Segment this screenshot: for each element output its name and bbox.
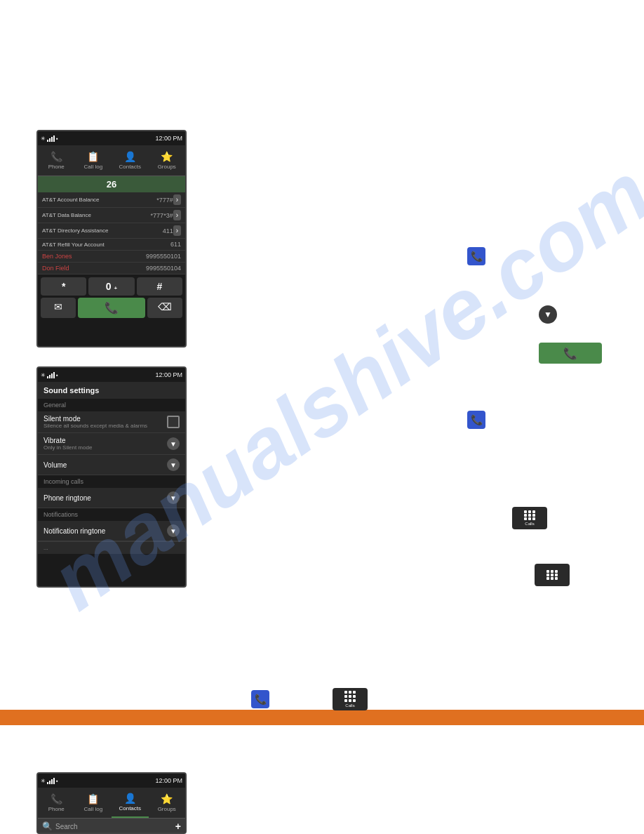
add-contact-btn[interactable]: + — [175, 821, 181, 832]
phone-screen-dialer: ✳ ▪ 12:00 PM 📞 Phone 📋 Call log 👤 Contac… — [36, 130, 187, 348]
battery-icon-2: ▪ — [56, 372, 58, 378]
kdot — [546, 577, 549, 580]
contact-number-att2: *777*3# — [151, 212, 173, 219]
call-green-button[interactable]: 📞 — [539, 343, 602, 364]
contact-number-jones: 9995550101 — [146, 253, 181, 260]
status-icons-left: ✳ ▪ — [41, 135, 58, 142]
network-icon: ✳ — [41, 135, 46, 142]
keypad-dots-row-2 — [524, 514, 535, 517]
status-icons-2: ✳ ▪ — [41, 371, 58, 378]
network-icon-2: ✳ — [41, 372, 46, 378]
kdot — [353, 691, 356, 694]
star-key[interactable]: * — [41, 277, 86, 296]
contact-name-field: Don Field — [42, 265, 143, 272]
kdot — [532, 517, 535, 520]
phone-ringtone-dropdown[interactable]: ▼ — [167, 491, 180, 504]
silent-mode-text: Silent mode Silence all sounds except me… — [43, 415, 167, 429]
notification-ringtone-title: Notification ringtone — [43, 527, 167, 535]
contact-item-field[interactable]: Don Field 9995550104 — [38, 263, 185, 274]
silent-mode-subtitle: Silence all sounds except media & alarms — [43, 423, 167, 429]
phone-ringtone-text: Phone ringtone — [43, 494, 167, 502]
kdot — [532, 510, 535, 513]
tab-phone-3[interactable]: 📞 Phone — [38, 788, 75, 818]
contact-name-att3: AT&T Directory Assistance — [42, 227, 160, 234]
notification-ringtone-dropdown[interactable]: ▼ — [167, 524, 180, 537]
kdot — [546, 574, 549, 576]
notification-ringtone-item[interactable]: Notification ringtone ▼ — [38, 521, 185, 541]
contact-count: 26 — [38, 176, 185, 192]
kdot — [344, 699, 347, 702]
kdot — [555, 577, 558, 580]
kdot — [353, 695, 356, 698]
contact-list: AT&T Account Balance *777# › AT&T Data B… — [38, 192, 185, 274]
tab-calllog-1[interactable]: 📋 Call log — [75, 145, 112, 176]
time-display-2: 12:00 PM — [155, 371, 182, 378]
kdot — [555, 574, 558, 576]
general-section-header: General — [38, 399, 185, 411]
tab-contacts-1[interactable]: 👤 Contacts — [112, 145, 149, 176]
kdot — [528, 517, 531, 520]
keypad-dots-row-3 — [524, 517, 535, 520]
tab-groups-1[interactable]: ⭐ Groups — [149, 145, 186, 176]
hash-key[interactable]: # — [137, 277, 182, 296]
battery-icon-3: ▪ — [56, 778, 58, 784]
kdot — [551, 577, 554, 580]
contact-arrow-att2[interactable]: › — [173, 210, 181, 220]
footer-bar — [0, 710, 644, 725]
contact-item-att2[interactable]: AT&T Data Balance *777*3# › — [38, 208, 185, 223]
vibrate-item[interactable]: Vibrate Only in Silent mode ▼ — [38, 433, 185, 455]
keypad-dots-row-5 — [546, 574, 558, 576]
contact-item-jones[interactable]: Ben Jones 9995550101 — [38, 251, 185, 263]
kdot — [349, 691, 351, 694]
bottom-phone-glyph: 📞 — [255, 694, 267, 705]
tab-groups-3[interactable]: ⭐ Groups — [149, 788, 186, 818]
kdot — [555, 570, 558, 573]
vibrate-title: Vibrate — [43, 437, 167, 444]
keypad: * 0 + # ✉ 📞 ⌫ — [38, 274, 185, 321]
incoming-calls-section-header: Incoming calls — [38, 475, 185, 488]
keypad-dark-icon-2 — [535, 564, 570, 586]
volume-text: Volume — [43, 461, 167, 469]
vibrate-dropdown[interactable]: ▼ — [167, 437, 180, 450]
contact-arrow-att1[interactable]: › — [173, 194, 181, 205]
tab-phone-1[interactable]: 📞 Phone — [38, 145, 75, 176]
zero-key[interactable]: 0 + — [88, 277, 134, 296]
tab-contacts-3[interactable]: 👤 Contacts — [112, 788, 149, 818]
kdot — [532, 514, 535, 517]
volume-item[interactable]: Volume ▼ — [38, 455, 185, 475]
count-number: 26 — [107, 179, 116, 190]
contact-arrow-att3[interactable]: › — [173, 225, 181, 236]
search-input-mock[interactable]: Search — [55, 823, 173, 830]
general-label: General — [43, 402, 66, 409]
status-icons-3: ✳ ▪ — [41, 777, 58, 784]
time-display-1: 12:00 PM — [155, 135, 182, 142]
tab-calllog-3[interactable]: 📋 Call log — [75, 788, 112, 818]
contact-item-att3[interactable]: AT&T Directory Assistance 411 › — [38, 223, 185, 239]
bottom-phone-icon: 📞 — [251, 690, 269, 708]
kdot — [524, 510, 527, 513]
phone-ringtone-item[interactable]: Phone ringtone ▼ — [38, 488, 185, 508]
keypad-dots-row-4 — [546, 570, 558, 573]
keypad-dots-row-6 — [546, 577, 558, 580]
silent-mode-item[interactable]: Silent mode Silence all sounds except me… — [38, 411, 185, 433]
calllog-tab-label: Call log — [83, 164, 102, 170]
volume-dropdown[interactable]: ▼ — [167, 458, 180, 471]
phone-tab-label-3: Phone — [48, 806, 65, 812]
plus-label: + — [114, 285, 118, 291]
silent-mode-checkbox[interactable] — [167, 416, 180, 428]
delete-btn[interactable]: ⌫ — [147, 298, 182, 318]
notification-ringtone-text: Notification ringtone — [43, 527, 167, 535]
contact-item-att4[interactable]: AT&T Refill Your Account 611 — [38, 239, 185, 251]
calllog-tab-label-3: Call log — [83, 806, 102, 812]
call-btn[interactable]: 📞 — [78, 298, 145, 318]
contacts-tab-label: Contacts — [119, 164, 141, 170]
kdot — [528, 510, 531, 513]
message-btn[interactable]: ✉ — [41, 298, 76, 318]
dropdown-circle-icon: ▼ — [539, 305, 557, 324]
search-icon: 🔍 — [42, 821, 53, 831]
kdot — [344, 695, 347, 698]
silent-mode-title: Silent mode — [43, 415, 167, 423]
network-icon-3: ✳ — [41, 778, 46, 784]
bottom-keypad-icon: Calls — [333, 688, 368, 710]
contact-item-att1[interactable]: AT&T Account Balance *777# › — [38, 192, 185, 208]
